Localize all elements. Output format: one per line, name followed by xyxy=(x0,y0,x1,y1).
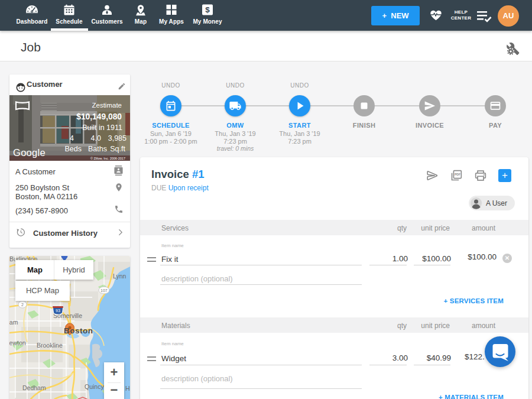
svg-text:$: $ xyxy=(205,5,210,14)
svg-text:107: 107 xyxy=(100,288,108,293)
svg-text:Built in 1911: Built in 1911 xyxy=(82,124,122,132)
svg-text:4: 4 xyxy=(70,134,74,142)
svg-text:Lynn: Lynn xyxy=(113,273,126,280)
svg-text:ham: ham xyxy=(9,319,18,326)
svg-text:Dedham: Dedham xyxy=(22,384,46,391)
svg-text:Zestimate: Zestimate xyxy=(92,102,122,109)
svg-text:3,985: 3,985 xyxy=(108,134,126,142)
svg-text:© Zillow, Inc. 2006-2017: © Zillow, Inc. 2006-2017 xyxy=(90,157,125,160)
svg-text:Quincy: Quincy xyxy=(85,383,104,390)
svg-text:Google: Google xyxy=(13,147,46,158)
svg-text:Beds: Beds xyxy=(65,145,82,153)
svg-text:Boston: Boston xyxy=(64,326,93,335)
svg-text:Hi: Hi xyxy=(125,385,130,392)
svg-text:93: 93 xyxy=(56,309,60,313)
svg-text:PDF: PDF xyxy=(455,173,460,176)
svg-text:4.0: 4.0 xyxy=(91,134,101,142)
svg-text:Brookline: Brookline xyxy=(37,342,63,349)
svg-text:$10,149,080: $10,149,080 xyxy=(76,112,122,121)
svg-text:Baths: Baths xyxy=(88,145,107,153)
svg-text:Newton: Newton xyxy=(9,339,26,346)
svg-text:Sq.ft: Sq.ft xyxy=(110,145,125,153)
svg-text:2: 2 xyxy=(21,303,24,307)
